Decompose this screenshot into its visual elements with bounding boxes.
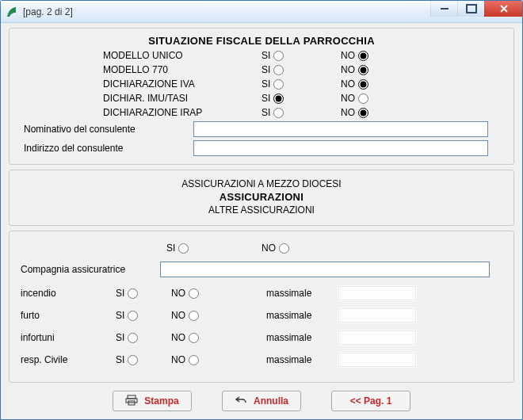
coverage-si-radio[interactable] — [128, 288, 138, 299]
insurance-top-no-radio[interactable] — [279, 243, 289, 254]
consultant-name-label: Nominativo del consulente — [21, 124, 187, 135]
coverage-no-label: NO — [171, 310, 185, 321]
company-label: Compagnia assicuratrice — [21, 264, 155, 275]
window-close-button[interactable] — [484, 1, 522, 17]
fiscal-no-label: NO — [341, 50, 355, 61]
fiscal-no-label: NO — [341, 64, 355, 75]
undo-icon — [235, 395, 247, 408]
cancel-button-label: Annulla — [254, 395, 288, 407]
coverage-label: infortuni — [21, 332, 116, 343]
fiscal-si-radio[interactable] — [273, 94, 284, 104]
company-input[interactable] — [160, 262, 490, 277]
coverage-si-radio[interactable] — [128, 355, 138, 365]
insurance-top-no-label: NO — [262, 242, 276, 254]
fiscal-row-label: MODELLO UNICO — [103, 50, 262, 61]
print-button-label: Stampa — [144, 395, 178, 407]
fiscal-no-radio[interactable] — [358, 108, 368, 118]
fiscal-panel: SITUAZIONE FISCALE DELLA PARROCCHIA MODE… — [9, 28, 514, 165]
mid-line2: ASSICURAZIONI — [21, 191, 502, 203]
fiscal-no-radio[interactable] — [358, 79, 368, 90]
fiscal-no-radio[interactable] — [358, 94, 368, 104]
mid-line1: ASSICURAZIONI A MEZZO DIOCESI — [21, 178, 502, 189]
fiscal-row-label: DICHIAR. IMU/TASI — [103, 93, 262, 104]
consultant-name-input[interactable] — [193, 121, 488, 137]
coverage-si-label: SI — [116, 310, 124, 321]
cancel-button[interactable]: Annulla — [222, 391, 301, 411]
insurance-top-si-label: SI — [166, 242, 175, 254]
fiscal-no-label: NO — [341, 78, 355, 90]
insurance-panel: SI NO Compagnia assicuratrice incendioSI… — [9, 231, 514, 383]
coverage-massimale-label: massimale — [266, 354, 338, 365]
footer-buttons: Stampa Annulla << Pag. 1 — [9, 388, 514, 411]
coverage-si-label: SI — [116, 288, 124, 299]
fiscal-no-radio[interactable] — [358, 51, 368, 61]
coverage-label: furto — [21, 310, 116, 321]
printer-icon — [125, 395, 138, 408]
prev-page-button[interactable]: << Pag. 1 — [331, 391, 410, 411]
window-title: [pag. 2 di 2] — [23, 6, 73, 17]
coverage-si-radio[interactable] — [128, 311, 138, 321]
coverage-no-radio[interactable] — [189, 355, 199, 365]
consultant-address-input[interactable] — [193, 140, 488, 156]
fiscal-no-label: NO — [341, 93, 355, 104]
window-maximize-button[interactable] — [457, 1, 484, 17]
fiscal-no-radio[interactable] — [358, 65, 368, 75]
coverage-no-radio[interactable] — [189, 288, 199, 299]
fiscal-si-radio[interactable] — [273, 108, 284, 118]
coverage-massimale-input[interactable] — [338, 285, 417, 301]
coverage-row: resp. CivileSINOmassimale — [21, 352, 502, 368]
coverage-massimale-label: massimale — [266, 310, 338, 321]
fiscal-si-radio[interactable] — [273, 79, 284, 90]
coverage-massimale-input[interactable] — [338, 330, 417, 346]
coverage-no-radio[interactable] — [189, 311, 199, 321]
coverage-massimale-input[interactable] — [338, 352, 417, 368]
fiscal-row-label: DICHIARAZIONE IVA — [103, 78, 262, 90]
fiscal-si-label: SI — [262, 107, 270, 118]
consultant-address-label: Indirizzo del consulente — [21, 143, 187, 154]
fiscal-si-radio[interactable] — [273, 65, 284, 75]
coverage-label: incendio — [21, 288, 116, 299]
fiscal-si-label: SI — [262, 78, 270, 90]
coverage-massimale-label: massimale — [266, 332, 338, 343]
mid-line3: ALTRE ASSICURAZIONI — [21, 204, 502, 216]
coverage-row: furtoSINOmassimale — [21, 307, 502, 323]
coverage-label: resp. Civile — [21, 354, 116, 365]
coverage-massimale-label: massimale — [266, 288, 338, 299]
coverage-no-label: NO — [171, 288, 185, 299]
coverage-row: incendioSINOmassimale — [21, 285, 502, 301]
insurance-top-si-radio[interactable] — [178, 243, 189, 254]
fiscal-si-label: SI — [262, 64, 270, 75]
svg-rect-0 — [128, 395, 136, 399]
coverage-si-label: SI — [116, 332, 124, 343]
fiscal-row-label: DICHIARAZIONE IRAP — [103, 107, 262, 118]
prev-page-button-label: << Pag. 1 — [350, 395, 392, 407]
coverage-si-label: SI — [116, 354, 124, 365]
app-icon — [6, 6, 18, 18]
fiscal-row-label: MODELLO 770 — [103, 64, 262, 75]
coverage-no-radio[interactable] — [189, 333, 199, 343]
fiscal-heading: SITUAZIONE FISCALE DELLA PARROCCHIA — [21, 35, 502, 47]
print-button[interactable]: Stampa — [113, 391, 192, 411]
coverage-si-radio[interactable] — [128, 333, 138, 343]
window-minimize-button[interactable] — [430, 1, 457, 17]
coverage-no-label: NO — [171, 332, 185, 343]
coverage-massimale-input[interactable] — [338, 307, 417, 323]
coverage-row: infortuniSINOmassimale — [21, 330, 502, 346]
fiscal-no-label: NO — [341, 107, 355, 118]
fiscal-si-label: SI — [262, 93, 270, 104]
insurance-header-panel: ASSICURAZIONI A MEZZO DIOCESI ASSICURAZI… — [9, 170, 514, 226]
coverage-no-label: NO — [171, 354, 185, 365]
fiscal-si-label: SI — [262, 50, 270, 61]
titlebar: [pag. 2 di 2] — [1, 1, 522, 23]
fiscal-si-radio[interactable] — [273, 51, 284, 61]
